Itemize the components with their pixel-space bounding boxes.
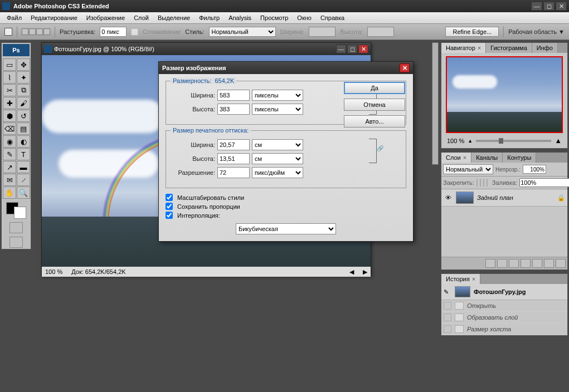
crop-tool-icon[interactable]: ✂ (3, 84, 16, 96)
history-brush-icon[interactable]: ↺ (17, 110, 30, 122)
minimize-button[interactable]: — (531, 2, 542, 11)
blur-tool-icon[interactable]: ◉ (3, 135, 16, 148)
px-width-input[interactable] (217, 90, 250, 101)
zoom-slider[interactable] (476, 140, 551, 142)
dialog-close-button[interactable]: ✕ (400, 63, 410, 72)
resolution-input[interactable] (217, 167, 250, 178)
menu-select[interactable]: Выделение (153, 13, 194, 22)
scroll-right-icon[interactable]: ▶ (363, 268, 367, 276)
menu-image[interactable]: Изображение (82, 13, 129, 22)
zoom-in-icon[interactable]: ▲ (555, 136, 562, 145)
nav-zoom-value[interactable]: 100 % (447, 138, 464, 144)
feather-input[interactable] (100, 27, 127, 37)
document-titlebar[interactable]: ФотошопГуру.jpg @ 100% (RGB/8#) — ◻ ✕ (42, 43, 371, 55)
auto-button[interactable]: Авто... (344, 115, 405, 128)
layer-row[interactable]: 👁 Задний план 🔒 (441, 189, 567, 207)
menu-layer[interactable]: Слой (129, 13, 153, 22)
lock-transparent-icon[interactable] (476, 179, 478, 187)
sel-add-icon[interactable] (29, 28, 36, 35)
doc-height-input[interactable] (217, 153, 250, 164)
close-button[interactable]: ✕ (556, 2, 567, 11)
menu-file[interactable]: Файл (2, 13, 26, 22)
link-icon[interactable]: 🔗 (377, 145, 383, 151)
sel-new-icon[interactable] (22, 28, 28, 35)
tab-navigator[interactable]: Навигатор× (441, 43, 486, 53)
scale-styles-checkbox[interactable] (166, 194, 173, 201)
tab-histogram[interactable]: Гистограмма (486, 43, 532, 53)
trash-icon[interactable] (556, 259, 566, 268)
tool-preset-icon[interactable] (4, 28, 12, 36)
dodge-tool-icon[interactable]: ◐ (17, 135, 30, 148)
group-icon[interactable] (532, 259, 542, 268)
layer-name[interactable]: Задний план (477, 194, 557, 201)
doc-minimize-button[interactable]: — (336, 45, 346, 53)
refine-edge-button[interactable]: Refine Edge... (445, 27, 499, 37)
menu-edit[interactable]: Редактирование (26, 13, 82, 22)
tab-channels[interactable]: Каналы (471, 153, 503, 163)
screenmode-icon[interactable] (9, 237, 23, 248)
lock-paint-icon[interactable] (480, 179, 481, 187)
history-snapshot[interactable]: ✎ ФотошопГуру.jpg (441, 284, 567, 300)
new-layer-icon[interactable] (544, 259, 554, 268)
tab-layers[interactable]: Слои× (441, 153, 471, 163)
history-item[interactable]: Размер холста (441, 324, 567, 335)
brush-tool-icon[interactable]: 🖌 (17, 97, 30, 109)
constrain-checkbox[interactable] (166, 203, 173, 210)
shape-tool-icon[interactable]: ▬ (17, 161, 30, 173)
menu-analysis[interactable]: Analysis (224, 13, 256, 22)
menu-filter[interactable]: Фильтр (194, 13, 224, 22)
history-item[interactable]: Открыть (441, 300, 567, 312)
collapsed-panel-dock[interactable] (432, 42, 439, 165)
color-swatches[interactable] (5, 202, 27, 219)
doc-width-input[interactable] (217, 139, 250, 150)
type-tool-icon[interactable]: T (17, 148, 30, 160)
dialog-titlebar[interactable]: Размер изображения ✕ (159, 62, 413, 74)
eraser-tool-icon[interactable]: ⌫ (3, 122, 16, 135)
px-height-input[interactable] (217, 104, 250, 115)
visibility-icon[interactable]: 👁 (444, 194, 453, 201)
sel-sub-icon[interactable] (36, 28, 43, 35)
interpolation-select[interactable]: Бикубическая (236, 223, 336, 234)
move-tool-icon[interactable]: ✥ (17, 58, 30, 71)
gradient-tool-icon[interactable]: ▤ (17, 122, 30, 135)
ok-button[interactable]: Да (344, 82, 405, 94)
history-item[interactable]: Образовать слой (441, 312, 567, 324)
zoom-tool-icon[interactable]: 🔍 (17, 187, 30, 199)
doc-width-unit[interactable]: см (252, 139, 303, 150)
hand-tool-icon[interactable]: ✋ (3, 187, 16, 199)
lock-all-icon[interactable] (487, 179, 488, 187)
maximize-button[interactable]: ◻ (543, 2, 555, 11)
lock-move-icon[interactable] (483, 179, 484, 187)
doc-close-button[interactable]: ✕ (358, 45, 368, 53)
resample-checkbox[interactable] (166, 212, 173, 219)
tab-history[interactable]: История× (441, 274, 480, 284)
lasso-tool-icon[interactable]: ⌇ (3, 71, 16, 84)
style-select[interactable]: Нормальный (209, 27, 276, 37)
menu-window[interactable]: Окно (293, 13, 316, 22)
zoom-display[interactable]: 100 % (45, 268, 62, 275)
background-color[interactable] (14, 207, 26, 219)
docsize-display[interactable]: Док: 654,2K/654,2K (71, 268, 125, 275)
tab-paths[interactable]: Контуры (503, 153, 536, 163)
marquee-tool-icon[interactable]: ▭ (3, 58, 16, 71)
path-tool-icon[interactable]: ↗ (3, 161, 16, 173)
tab-info[interactable]: Инфо (532, 43, 558, 53)
sel-intersect-icon[interactable] (43, 28, 50, 35)
doc-height-unit[interactable]: см (252, 153, 303, 164)
mask-icon[interactable] (509, 259, 519, 268)
link-layers-icon[interactable] (485, 259, 495, 268)
fx-icon[interactable] (497, 259, 507, 268)
px-height-unit[interactable]: пикселы (252, 104, 303, 115)
notes-tool-icon[interactable]: ✉ (3, 174, 16, 186)
px-width-unit[interactable]: пикселы (252, 90, 303, 101)
adjustment-icon[interactable] (521, 259, 531, 268)
resolution-unit[interactable]: пикс/дюйм (252, 167, 303, 178)
menu-help[interactable]: Справка (316, 13, 349, 22)
slice-tool-icon[interactable]: ⧉ (17, 84, 30, 96)
navigator-preview[interactable] (446, 56, 563, 133)
cancel-button[interactable]: Отмена (344, 99, 405, 111)
close-icon[interactable]: × (463, 154, 466, 161)
eyedropper-tool-icon[interactable]: ⟋ (17, 174, 30, 186)
close-icon[interactable]: × (478, 45, 481, 51)
layer-thumbnail[interactable] (456, 192, 474, 204)
